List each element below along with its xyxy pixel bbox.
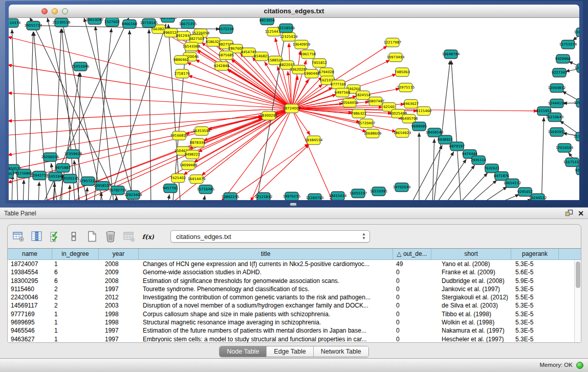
table-vertical-scrollbar[interactable] (574, 260, 581, 342)
table-cell[interactable]: Dudbridge et al. (2008) (431, 277, 511, 285)
graph-node[interactable]: 10654112 (504, 179, 521, 188)
graph-node[interactable]: 16914479 (188, 175, 206, 184)
graph-node[interactable]: 11675312 (563, 158, 579, 167)
function-builder-button[interactable]: f(x) (141, 230, 154, 243)
graph-node[interactable]: 9245022 (575, 166, 579, 175)
table-cell[interactable]: 0 (393, 268, 431, 276)
graph-node[interactable]: 9242848 (214, 62, 229, 71)
graph-node[interactable]: 9777169 (331, 80, 346, 89)
graph-node[interactable]: 1990448 (304, 70, 319, 78)
citation-edge[interactable] (129, 30, 132, 200)
graph-node[interactable]: 15720407 (358, 119, 376, 128)
table-cell[interactable]: 5.6E-5 (511, 268, 559, 276)
citation-edge-red[interactable] (227, 69, 292, 108)
graph-node[interactable]: 6497568 (335, 89, 350, 97)
table-cell[interactable]: 2 (52, 301, 99, 310)
citation-edge[interactable] (541, 117, 544, 200)
graph-node[interactable]: 6794028 (319, 68, 334, 77)
table-selector-dropdown[interactable]: citations_edges.txt ▲▼ (170, 230, 370, 243)
table-row[interactable]: 969969511998Structural magnetic resonanc… (8, 318, 581, 326)
table-cell[interactable]: Yano et al. (2008) (431, 260, 511, 268)
table-cell[interactable]: 1 (52, 318, 99, 326)
graph-node[interactable]: 14702039 (393, 183, 411, 192)
citation-edge[interactable] (432, 139, 434, 200)
table-cell[interactable]: 5.3E-5 (511, 335, 559, 342)
table-cell[interactable]: 22420046 (8, 293, 52, 301)
table-cell[interactable]: 5.5E-5 (511, 293, 559, 301)
graph-node[interactable]: 12121832 (255, 193, 273, 201)
table-cell[interactable]: Hescheler et al. (1997) (431, 335, 511, 342)
graph-node[interactable]: 15692951 (548, 128, 566, 137)
table-cell[interactable]: 9465546 (8, 326, 52, 335)
table-cell[interactable]: 2003 (99, 301, 139, 310)
graph-node[interactable]: 9975887 (55, 164, 71, 172)
graph-node[interactable]: 1824554 (355, 91, 371, 100)
graph-node[interactable]: 7625402 (170, 174, 186, 183)
graph-node[interactable]: 10892235 (222, 193, 239, 201)
graph-node[interactable]: 10719145 (140, 19, 158, 28)
graph-node[interactable]: 9699695 (411, 122, 427, 131)
table-cell[interactable]: 1998 (99, 318, 139, 326)
graph-node[interactable]: 8878334 (190, 139, 205, 147)
graph-node[interactable]: 15751074 (559, 40, 577, 49)
graph-node[interactable]: 7485063 (395, 68, 410, 77)
selection-mode-button[interactable] (49, 230, 62, 243)
column-header-title[interactable]: title (139, 249, 393, 259)
table-row[interactable]: 2242004622012Investigating the contribut… (8, 293, 581, 301)
table-cell[interactable]: Tourette syndrome. Phenomenology and cla… (139, 285, 393, 293)
graph-node[interactable]: 9463627 (403, 100, 419, 108)
graph-node[interactable]: 10688609 (364, 129, 382, 138)
network-window-titlebar[interactable]: citations_edges.txt (9, 5, 579, 18)
graph-node[interactable]: 12843433 (574, 99, 579, 107)
graph-node[interactable]: 12942757 (31, 171, 49, 180)
table-cell[interactable]: 2009 (99, 268, 139, 276)
graph-node[interactable]: 14976155 (283, 192, 301, 201)
table-cell[interactable]: 18300295 (8, 277, 52, 285)
graph-node[interactable]: 16671355 (179, 20, 197, 29)
table-cell[interactable]: 14569117 (8, 301, 52, 310)
table-row[interactable]: 946554611997Estimation of the future num… (8, 326, 581, 335)
table-cell[interactable]: 6 (52, 268, 99, 276)
table-row[interactable]: 1872400712008Changes of HCN gene express… (8, 260, 581, 268)
graph-node[interactable]: 11617043 (574, 28, 579, 37)
table-cell[interactable]: Embryonic stem cells: a model to study s… (139, 335, 393, 342)
table-cell[interactable]: Wolkin et al. (1998) (431, 318, 511, 326)
column-header-name[interactable]: name (8, 249, 52, 259)
table-cell[interactable]: 2 (52, 285, 99, 293)
table-row[interactable]: 1938455462009Genome-wide association stu… (8, 268, 581, 276)
graph-node[interactable]: 19384554 (305, 136, 323, 145)
table-cell[interactable]: Nakamura et al. (1997) (431, 326, 511, 335)
graph-node[interactable]: 20564456 (341, 99, 359, 107)
graph-node[interactable]: 16510391 (370, 187, 388, 196)
table-cell[interactable]: 0 (393, 335, 431, 342)
citation-edge-red[interactable] (217, 144, 309, 200)
table-cell[interactable]: Corpus callosum shape and size in male p… (139, 310, 393, 318)
table-cell[interactable]: Tibbo et al. (1998) (431, 310, 511, 318)
graph-node[interactable]: 9890462 (173, 56, 189, 64)
graph-node[interactable]: 12727453 (575, 64, 579, 73)
table-cell[interactable]: 0 (393, 293, 431, 301)
tab-node-table[interactable]: Node Table (220, 346, 267, 357)
citation-edge[interactable] (466, 180, 497, 200)
citation-edge-red[interactable] (243, 144, 309, 200)
table-cell[interactable]: 2 (52, 293, 99, 301)
graph-node[interactable]: 13505135 (61, 174, 79, 183)
citation-edge[interactable] (434, 159, 466, 200)
table-cell[interactable]: Investigating the contribution of common… (139, 293, 393, 301)
table-cell[interactable]: 0 (393, 310, 431, 318)
table-cell[interactable]: 5.3E-5 (511, 260, 559, 268)
citation-edge[interactable] (12, 175, 13, 200)
graph-node[interactable]: 12444159 (548, 99, 566, 108)
memory-status-indicator[interactable] (576, 362, 583, 369)
graph-node[interactable]: 20206556 (41, 153, 59, 162)
table-cell[interactable]: Stergiakouli et al. (2012) (431, 293, 511, 301)
graph-node[interactable]: 9329966 (555, 55, 571, 63)
graph-node[interactable]: 19166827 (170, 132, 188, 140)
citation-edge-red[interactable] (9, 117, 263, 171)
table-cell[interactable]: 1 (52, 326, 99, 335)
graph-node[interactable]: 6879197 (449, 142, 465, 151)
table-cell[interactable]: 1 (52, 335, 99, 342)
graph-node[interactable]: 8572234 (219, 25, 234, 34)
table-cell[interactable]: Genome-wide association studies in ADHD. (139, 268, 393, 276)
graph-node[interactable]: 2718176 (175, 70, 190, 78)
